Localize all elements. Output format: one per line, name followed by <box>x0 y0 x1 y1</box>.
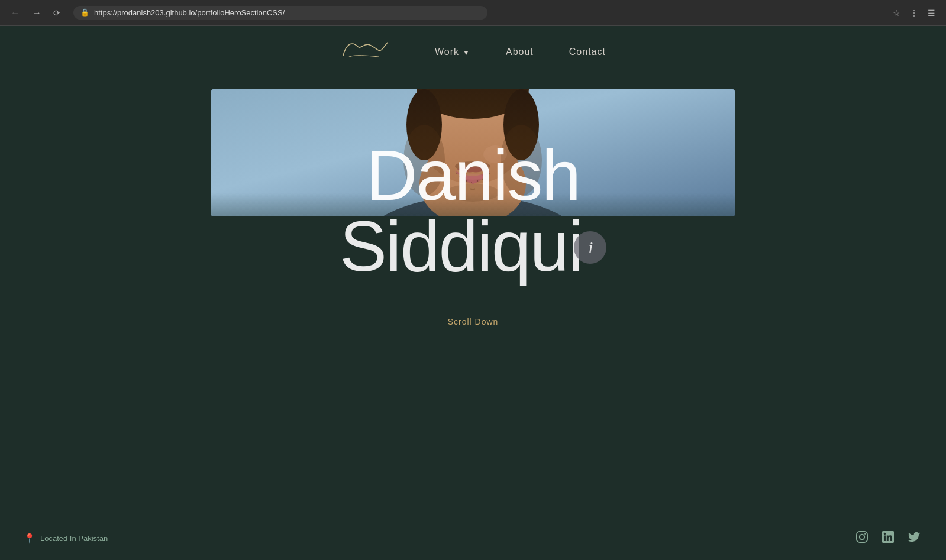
website-content: Work ▼ About Contact <box>0 26 946 560</box>
hero-last-name: Siddiquii <box>340 211 606 281</box>
location-info: 📍 Located In Pakistan <box>24 533 108 544</box>
linkedin-button[interactable] <box>880 529 896 548</box>
back-button[interactable]: ← <box>7 5 24 21</box>
footer-bar: 📍 Located In Pakistan <box>0 529 946 548</box>
reload-button[interactable]: ⟳ <box>50 6 64 20</box>
twitter-button[interactable] <box>906 529 922 548</box>
menu-button[interactable]: ☰ <box>924 6 939 20</box>
about-link[interactable]: About <box>506 47 534 57</box>
logo[interactable] <box>340 38 388 66</box>
pin-icon: 📍 <box>24 533 35 544</box>
lock-icon: 🔒 <box>80 8 89 17</box>
scroll-down-section: Scroll Down <box>448 317 499 369</box>
bookmark-button[interactable]: ☆ <box>889 6 904 20</box>
chevron-down-icon: ▼ <box>463 48 470 57</box>
url-input[interactable] <box>94 8 480 17</box>
forward-button[interactable]: → <box>28 5 45 21</box>
info-badge[interactable]: i <box>574 231 606 264</box>
social-icons <box>854 529 922 548</box>
contact-link[interactable]: Contact <box>569 47 606 57</box>
extensions-button[interactable]: ⋮ <box>906 6 922 20</box>
address-bar: 🔒 <box>73 6 487 20</box>
twitter-icon <box>908 531 920 543</box>
scroll-line <box>473 334 473 369</box>
browser-actions: ☆ ⋮ ☰ <box>889 6 939 20</box>
navbar: Work ▼ About Contact <box>0 26 946 77</box>
scroll-down-text[interactable]: Scroll Down <box>448 317 499 326</box>
hero-first-name: Danish <box>211 140 735 211</box>
work-label: Work <box>435 47 459 57</box>
instagram-icon <box>856 531 868 543</box>
linkedin-icon <box>882 531 894 543</box>
work-dropdown[interactable]: Work ▼ <box>435 47 470 57</box>
browser-toolbar: ← → ⟳ 🔒 ☆ ⋮ ☰ <box>0 0 946 26</box>
hero-section: Danish Siddiquii Scroll Down <box>0 77 946 369</box>
logo-signature-svg <box>340 38 388 61</box>
nav-links: Work ▼ About Contact <box>435 47 606 57</box>
location-text: Located In Pakistan <box>40 534 108 543</box>
hero-photo-strip: Danish <box>211 89 735 216</box>
instagram-button[interactable] <box>854 529 870 548</box>
